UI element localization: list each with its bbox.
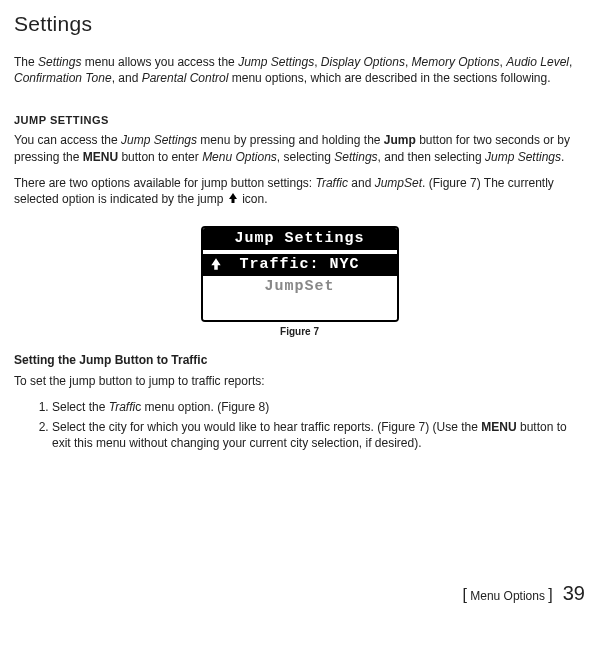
lcd-option-row: JumpSet	[203, 276, 397, 298]
bracket-right-icon: ]	[548, 586, 552, 603]
page-footer: [ Menu Options ]39	[14, 582, 585, 605]
lcd-empty-row	[203, 298, 397, 320]
lcd-title-row: Jump Settings	[203, 228, 397, 250]
jump-settings-paragraph-1: You can access the Jump Settings menu by…	[14, 132, 585, 164]
page-number: 39	[563, 582, 585, 604]
figure-7: Jump Settings Traffic: NYC JumpSet Figur…	[14, 226, 585, 337]
jump-arrow-icon	[227, 192, 239, 208]
jump-settings-heading: JUMP SETTINGS	[14, 114, 585, 126]
jump-settings-paragraph-2: There are two options available for jump…	[14, 175, 585, 208]
lcd-screen: Jump Settings Traffic: NYC JumpSet	[201, 226, 399, 322]
jump-arrow-icon	[209, 257, 223, 279]
list-item: Select the city for which you would like…	[52, 419, 585, 451]
lcd-selected-text: Traffic: NYC	[239, 256, 359, 273]
footer-label: Menu Options	[467, 589, 548, 603]
steps-list: Select the Traffic menu option. (Figure …	[34, 399, 585, 452]
list-item: Select the Traffic menu option. (Figure …	[52, 399, 585, 415]
page-title: Settings	[14, 12, 585, 36]
lcd-selected-row: Traffic: NYC	[203, 254, 397, 276]
traffic-subheading: Setting the Jump Button to Traffic	[14, 353, 585, 367]
traffic-intro: To set the jump button to jump to traffi…	[14, 373, 585, 389]
figure-caption: Figure 7	[14, 326, 585, 337]
intro-paragraph: The Settings menu allows you access the …	[14, 54, 585, 86]
